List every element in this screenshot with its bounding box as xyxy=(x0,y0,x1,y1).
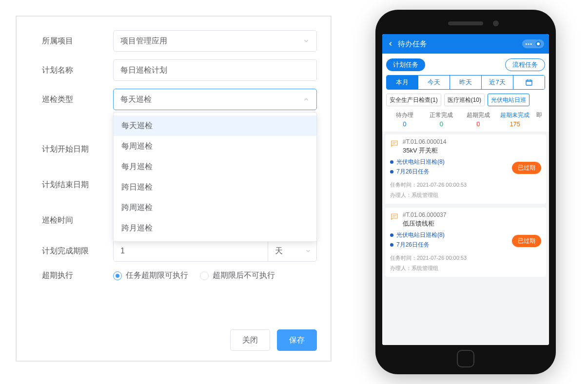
stat-label: 待办理 xyxy=(386,111,423,119)
chevron-down-icon xyxy=(303,38,310,44)
select-project[interactable]: 项目管理应用 xyxy=(113,30,317,52)
select-inspect-type[interactable]: 每天巡检 xyxy=(113,89,317,110)
form-panel: 所属项目 项目管理应用 计划名称 巡检类型 每天巡检 每天巡检 每周巡检 xyxy=(16,16,332,362)
radio-circle-icon xyxy=(113,271,122,280)
card-bullets: 光伏电站日巡检(8) 7月26日任务 xyxy=(390,231,445,250)
label-plan-name: 计划名称 xyxy=(30,65,113,76)
input-deadline-number[interactable] xyxy=(114,241,268,261)
control-inspect-type: 每天巡检 每天巡检 每周巡检 每月巡检 跨日巡检 跨周巡检 跨月巡检 xyxy=(113,89,317,110)
form-footer: 关闭 保存 xyxy=(230,329,317,351)
stat-overdue-pending[interactable]: 超期未完成 175 xyxy=(497,110,534,129)
chat-icon xyxy=(390,212,399,221)
row-plan-name: 计划名称 xyxy=(30,59,317,81)
segment-month[interactable]: 本月 xyxy=(387,76,418,89)
chat-icon xyxy=(390,139,399,148)
phone-mockup: 待办任务 ••• 计划任务 流程任务 本月 今天 昨天 近7 xyxy=(375,10,556,374)
tag-item[interactable]: 光伏电站日巡 xyxy=(488,94,529,106)
task-card[interactable]: #T.01.06.000014 35kV 开关柜 光伏电站日巡检(8) 7月26… xyxy=(385,134,546,204)
card-list: #T.01.06.000014 35kV 开关柜 光伏电站日巡检(8) 7月26… xyxy=(382,132,549,277)
radio-circle-icon xyxy=(200,271,209,280)
select-inspect-type-value: 每天巡检 xyxy=(120,95,152,105)
stat-label: 即 xyxy=(533,111,545,119)
screen-body: 计划任务 流程任务 本月 今天 昨天 近7天 安全生产日检查(1) xyxy=(382,54,549,345)
tag-item[interactable]: 医疗巡检(10) xyxy=(444,94,485,106)
label-inspect-time: 巡检时间 xyxy=(30,215,113,226)
pill-plan-tasks[interactable]: 计划任务 xyxy=(386,58,425,71)
phone-screen: 待办任务 ••• 计划任务 流程任务 本月 今天 昨天 近7 xyxy=(382,34,549,345)
stat-value: 175 xyxy=(497,120,534,128)
radio-overdue-forbid-label: 超期限后不可执行 xyxy=(213,270,275,281)
chevron-left-icon xyxy=(387,40,394,47)
phone-camera-icon xyxy=(493,20,499,26)
phone-home-button[interactable] xyxy=(457,350,474,367)
card-mid: 光伏电站日巡检(8) 7月26日任务 已过期 xyxy=(390,158,541,177)
stat-more[interactable]: 即 xyxy=(533,110,545,129)
segment-7days[interactable]: 近7天 xyxy=(482,76,513,89)
input-plan-name-wrap xyxy=(113,59,317,81)
task-card[interactable]: #T.01.06.000037 低压馈线柜 光伏电站日巡检(8) 7月26日任务… xyxy=(385,208,546,277)
close-button[interactable]: 关闭 xyxy=(230,329,270,351)
radio-overdue-allow[interactable]: 任务超期限可执行 xyxy=(113,270,188,281)
calendar-icon xyxy=(525,78,533,86)
stat-pending[interactable]: 待办理 0 xyxy=(386,110,423,129)
card-time: 任务时间：2021-07-26 00:00:53 xyxy=(390,181,541,189)
tag-item[interactable]: 安全生产日检查(1) xyxy=(386,94,441,106)
pill-row: 计划任务 流程任务 xyxy=(386,58,545,71)
card-bullets: 光伏电站日巡检(8) 7月26日任务 xyxy=(390,158,445,177)
control-project: 项目管理应用 xyxy=(113,30,317,52)
row-project: 所属项目 项目管理应用 xyxy=(30,30,317,52)
select-deadline-unit[interactable]: 天 xyxy=(268,241,316,261)
card-bullet: 7月26日任务 xyxy=(390,168,445,176)
row-overdue: 超期执行 任务超期限可执行 超期限后不可执行 xyxy=(30,270,317,281)
dropdown-option[interactable]: 每周巡检 xyxy=(114,136,316,156)
pill-process-tasks[interactable]: 流程任务 xyxy=(505,58,545,71)
label-end-date: 计划结束日期 xyxy=(30,180,113,190)
card-name: 低压馈线柜 xyxy=(403,219,446,228)
radio-overdue-forbid[interactable]: 超期限后不可执行 xyxy=(200,270,275,281)
card-head-text: #T.01.06.000037 低压馈线柜 xyxy=(403,211,446,228)
status-badge: 已过期 xyxy=(512,235,541,247)
segment-today[interactable]: 今天 xyxy=(418,76,450,89)
card-head: #T.01.06.000037 低压馈线柜 xyxy=(390,211,541,228)
stat-overdue-done[interactable]: 超期完成 0 xyxy=(460,110,497,129)
stat-value: 0 xyxy=(460,120,497,128)
select-project-value: 项目管理应用 xyxy=(120,36,167,46)
row-inspect-type: 巡检类型 每天巡检 每天巡检 每周巡检 每月巡检 跨日巡检 跨周巡检 跨月巡检 xyxy=(30,89,317,110)
save-button[interactable]: 保存 xyxy=(277,329,317,351)
target-icon xyxy=(535,41,541,47)
stat-value: 0 xyxy=(423,120,460,128)
chevron-down-icon xyxy=(305,248,312,254)
stat-label: 超期完成 xyxy=(460,111,497,119)
segment-row: 本月 今天 昨天 近7天 xyxy=(386,75,545,90)
card-handler: 办理人：系统管理组 xyxy=(390,265,541,272)
control-deadline: 天 xyxy=(113,240,317,262)
dropdown-inspect-type: 每天巡检 每周巡检 每月巡检 跨日巡检 跨周巡检 跨月巡检 xyxy=(113,112,317,242)
card-number: #T.01.06.000037 xyxy=(403,211,446,218)
segment-yesterday[interactable]: 昨天 xyxy=(450,76,482,89)
segment-calendar[interactable] xyxy=(513,76,545,89)
dropdown-option[interactable]: 每月巡检 xyxy=(114,156,316,177)
card-head: #T.01.06.000014 35kV 开关柜 xyxy=(390,138,541,155)
label-overdue: 超期执行 xyxy=(30,270,113,281)
dropdown-option[interactable]: 跨日巡检 xyxy=(114,177,316,197)
control-overdue: 任务超期限可执行 超期限后不可执行 xyxy=(113,270,317,281)
dropdown-option[interactable]: 每天巡检 xyxy=(114,115,316,136)
status-badge: 已过期 xyxy=(512,162,541,174)
back-button[interactable] xyxy=(387,40,396,47)
label-project: 所属项目 xyxy=(30,36,113,46)
app-title: 待办任务 xyxy=(398,39,522,49)
phone-earpiece-icon xyxy=(448,21,483,25)
dropdown-option[interactable]: 跨周巡检 xyxy=(114,197,316,218)
app-header: 待办任务 ••• xyxy=(382,34,549,54)
card-head-text: #T.01.06.000014 35kV 开关柜 xyxy=(403,138,446,155)
card-handler: 办理人：系统管理组 xyxy=(390,192,541,199)
row-deadline: 计划完成期限 天 xyxy=(30,240,317,262)
stat-label: 超期未完成 xyxy=(497,111,534,119)
card-bullet: 光伏电站日巡检(8) xyxy=(390,231,445,239)
dropdown-option[interactable]: 跨月巡检 xyxy=(114,218,316,238)
header-indicator[interactable]: ••• xyxy=(522,39,544,48)
input-plan-name[interactable] xyxy=(120,66,310,75)
phone-shell: 待办任务 ••• 计划任务 流程任务 本月 今天 昨天 近7 xyxy=(375,10,556,374)
more-icon: ••• xyxy=(525,41,532,47)
stat-done[interactable]: 正常完成 0 xyxy=(423,110,460,129)
